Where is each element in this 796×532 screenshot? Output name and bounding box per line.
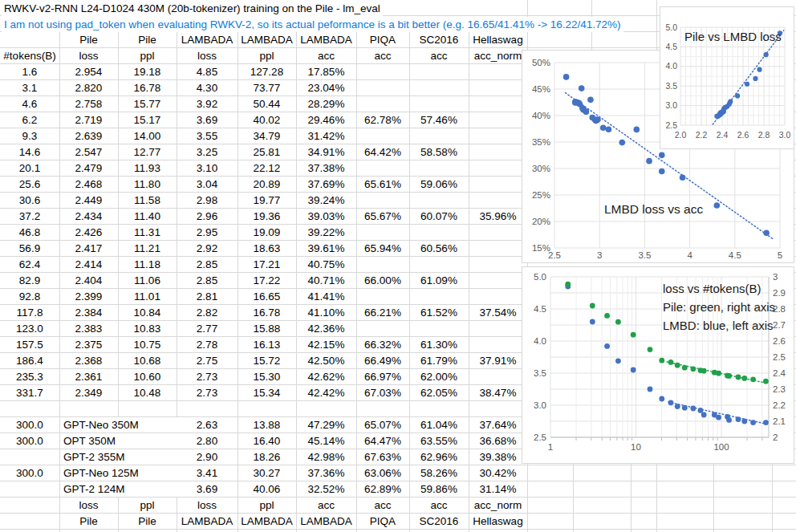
table-cell[interactable]: 22.12 — [238, 160, 296, 176]
table-cell[interactable]: 65.61% — [356, 177, 409, 192]
table-cell[interactable]: 50.44 — [238, 96, 296, 112]
table-cell[interactable]: 31.42% — [296, 128, 356, 144]
column-group-header[interactable]: PIQA — [356, 514, 409, 529]
table-cell[interactable]: 66.97% — [356, 369, 409, 384]
table-cell[interactable]: 2.92 — [177, 241, 238, 256]
table-cell[interactable]: 42.50% — [296, 353, 356, 368]
table-cell[interactable]: 42.42% — [296, 385, 356, 400]
table-cell[interactable]: 46.8 — [0, 225, 59, 240]
column-sub-header[interactable]: acc — [409, 48, 469, 63]
table-cell[interactable]: 66.21% — [356, 305, 409, 320]
table-cell[interactable]: 59.86% — [409, 481, 469, 497]
column-group-header[interactable]: SC2016 — [409, 514, 469, 529]
table-cell[interactable]: 62.89% — [356, 481, 409, 497]
column-group-header[interactable]: LAMBADA — [296, 32, 356, 47]
table-cell[interactable]: 66.32% — [356, 337, 409, 352]
column-sub-header[interactable]: acc — [356, 48, 409, 63]
table-cell[interactable]: 31.14% — [469, 481, 527, 497]
table-cell[interactable]: 40.02 — [238, 112, 296, 128]
table-cell[interactable]: 4.6 — [0, 96, 59, 112]
table-cell[interactable]: 37.36% — [296, 465, 356, 481]
table-cell[interactable]: 62.00% — [409, 369, 469, 384]
model-name-cell[interactable]: GPT-Neo 350M — [61, 417, 177, 433]
table-cell[interactable]: 17.22 — [238, 273, 296, 288]
table-cell[interactable]: 73.77 — [238, 80, 296, 95]
table-cell[interactable]: 62.05% — [409, 385, 469, 400]
table-cell[interactable]: 3.92 — [177, 96, 238, 112]
table-cell[interactable]: 11.31 — [118, 225, 177, 240]
table-cell[interactable]: 12.77 — [118, 144, 177, 160]
table-cell[interactable]: 40.75% — [296, 257, 356, 272]
table-cell[interactable]: 3.04 — [177, 177, 238, 192]
table-cell[interactable]: 16.78 — [118, 80, 177, 95]
table-cell[interactable]: 2.384 — [59, 305, 118, 320]
table-cell[interactable]: 61.09% — [409, 273, 469, 288]
column-sub-header[interactable]: acc — [356, 497, 409, 513]
table-cell[interactable]: 61.79% — [409, 353, 469, 368]
table-cell[interactable]: 2.449 — [59, 193, 118, 208]
table-cell[interactable]: 59.06% — [409, 177, 469, 192]
loss-vs-tokens-chart[interactable]: 5.04.54.03.53.02.532.92.82.72.62.52.42.3… — [522, 266, 794, 464]
table-cell[interactable]: 235.3 — [0, 369, 59, 384]
table-cell[interactable]: 42.62% — [296, 369, 356, 384]
table-cell[interactable]: 2.81 — [177, 289, 238, 304]
model-name-cell[interactable]: OPT 350M — [61, 433, 177, 449]
table-cell[interactable]: 2.954 — [59, 64, 118, 79]
table-cell[interactable]: 65.67% — [356, 209, 409, 224]
table-cell[interactable]: 2.375 — [59, 337, 118, 352]
table-cell[interactable]: 37.64% — [469, 417, 527, 433]
table-cell[interactable]: 66.49% — [356, 353, 409, 368]
table-cell[interactable]: 65.07% — [356, 417, 409, 433]
model-name-cell[interactable]: GPT-2 355M — [61, 449, 177, 465]
column-sub-header[interactable]: acc — [409, 497, 469, 513]
table-cell[interactable]: 11.21 — [118, 241, 177, 256]
table-cell[interactable]: 10.83 — [118, 321, 177, 336]
column-sub-header[interactable]: loss — [177, 497, 238, 513]
table-cell[interactable]: 300.0 — [0, 433, 59, 449]
table-cell[interactable]: 61.52% — [409, 305, 469, 320]
table-cell[interactable]: 23.04% — [296, 80, 356, 95]
table-cell[interactable]: 2.80 — [177, 433, 238, 449]
table-cell[interactable]: 30.27 — [238, 465, 296, 481]
spreadsheet[interactable]: RWKV-v2-RNN L24-D1024 430M (20b-tokenize… — [0, 0, 796, 532]
table-cell[interactable]: 39.03% — [296, 209, 356, 224]
table-cell[interactable]: 19.09 — [238, 225, 296, 240]
column-group-header[interactable]: SC2016 — [409, 32, 469, 47]
table-cell[interactable]: 40.06 — [238, 481, 296, 497]
table-cell[interactable]: 11.06 — [118, 273, 177, 288]
table-cell[interactable]: 2.85 — [177, 273, 238, 288]
table-cell[interactable]: 16.65 — [238, 289, 296, 304]
table-cell[interactable]: 15.34 — [238, 385, 296, 400]
column-sub-header[interactable]: acc — [296, 48, 356, 63]
table-cell[interactable]: 11.93 — [118, 160, 177, 176]
table-cell[interactable]: 2.75 — [177, 353, 238, 368]
table-cell[interactable]: 62.78% — [356, 112, 409, 128]
column-group-header[interactable]: LAMBADA — [238, 32, 296, 47]
table-cell[interactable]: 15.88 — [238, 321, 296, 336]
table-cell[interactable]: 11.40 — [118, 209, 177, 224]
table-cell[interactable]: 2.73 — [177, 369, 238, 384]
column-group-header[interactable]: Pile — [118, 514, 177, 529]
table-cell[interactable]: 15.77 — [118, 96, 177, 112]
table-cell[interactable]: 30.6 — [0, 193, 59, 208]
table-cell[interactable]: 47.29% — [296, 417, 356, 433]
table-cell[interactable]: 6.2 — [0, 112, 59, 128]
table-cell[interactable]: 2.547 — [59, 144, 118, 160]
column-group-header[interactable]: Hellaswag — [469, 514, 527, 529]
table-cell[interactable]: 42.15% — [296, 337, 356, 352]
table-cell[interactable]: 2.78 — [177, 337, 238, 352]
table-cell[interactable]: 62.96% — [409, 449, 469, 465]
table-cell[interactable]: 10.84 — [118, 305, 177, 320]
table-cell[interactable]: 63.06% — [356, 465, 409, 481]
table-cell[interactable]: 28.29% — [296, 96, 356, 112]
column-sub-header[interactable]: loss — [59, 497, 118, 513]
table-cell[interactable]: 56.9 — [0, 241, 59, 256]
table-cell[interactable]: 2.399 — [59, 289, 118, 304]
table-cell[interactable]: 4.85 — [177, 64, 238, 79]
table-cell[interactable]: 2.63 — [177, 417, 238, 433]
table-cell[interactable]: 35.96% — [469, 209, 527, 224]
column-group-header[interactable]: Pile — [59, 32, 118, 47]
column-group-header[interactable]: LAMBADA — [238, 514, 296, 529]
table-cell[interactable]: 3.69 — [177, 112, 238, 128]
table-cell[interactable]: 10.68 — [118, 353, 177, 368]
